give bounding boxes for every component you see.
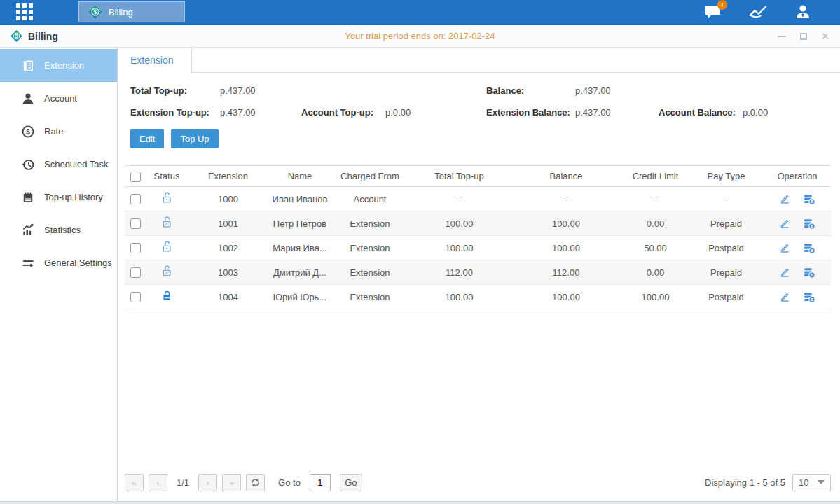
sidebar-item-label: Extension bbox=[44, 60, 84, 71]
table-row: 1004 Юрий Юрь... Extension 100.00 100.00… bbox=[125, 285, 831, 309]
extension-icon bbox=[21, 59, 35, 73]
extension-topup-label: Extension Top-up: bbox=[130, 107, 220, 118]
charged-from: Extension bbox=[331, 267, 408, 278]
top-up-button[interactable]: Top Up bbox=[171, 129, 218, 148]
notifications-button[interactable]: ! bbox=[704, 4, 722, 20]
page-size-value: 10 bbox=[799, 477, 808, 488]
row-checkbox[interactable] bbox=[130, 218, 141, 229]
row-checkbox[interactable] bbox=[130, 267, 141, 278]
balance-value: p.437.00 bbox=[575, 85, 611, 96]
edit-button[interactable]: Edit bbox=[130, 129, 164, 148]
lock-open-icon[interactable] bbox=[160, 240, 174, 253]
row-topup-button[interactable]: $ bbox=[802, 241, 816, 255]
trial-notice: Your trial period ends on: 2017-02-24 bbox=[0, 31, 840, 41]
row-topup-button[interactable]: $ bbox=[802, 217, 816, 230]
lock-open-icon[interactable] bbox=[160, 191, 174, 204]
row-topup-button[interactable]: $ bbox=[802, 192, 816, 206]
extension-topup-value: p.437.00 bbox=[220, 107, 301, 118]
notification-badge: ! bbox=[717, 0, 727, 10]
account-balance-value: p.0.00 bbox=[743, 107, 768, 118]
sidebar-item-extension[interactable]: Extension bbox=[0, 49, 117, 82]
total-topup: 112.00 bbox=[408, 267, 510, 278]
row-checkbox[interactable] bbox=[130, 292, 141, 302]
total-topup: 100.00 bbox=[408, 243, 510, 253]
sidebar-item-topup-history[interactable]: Top-up History bbox=[0, 181, 117, 214]
user-icon bbox=[794, 4, 812, 20]
extension-balance-label: Extension Balance: bbox=[486, 107, 575, 118]
balance: 100.00 bbox=[510, 292, 622, 302]
lock-closed-icon[interactable] bbox=[160, 289, 174, 302]
row-edit-button[interactable] bbox=[778, 290, 791, 303]
close-button[interactable]: ✕ bbox=[820, 31, 830, 41]
balance-label: Balance: bbox=[486, 85, 575, 96]
credit-limit: 100.00 bbox=[622, 292, 689, 302]
goto-page-input[interactable] bbox=[310, 474, 331, 491]
user-account-button[interactable] bbox=[794, 4, 812, 20]
sidebar-item-rate[interactable]: $ Rate bbox=[0, 115, 117, 148]
charged-from: Extension bbox=[331, 243, 408, 253]
taskbar-billing-button[interactable]: $ Billing bbox=[78, 1, 185, 22]
go-button[interactable]: Go bbox=[340, 474, 362, 491]
extension-number: 1004 bbox=[188, 292, 268, 302]
account-topup-value: p.0.00 bbox=[385, 107, 486, 118]
first-page-button[interactable] bbox=[125, 474, 144, 491]
balance: - bbox=[510, 194, 622, 204]
refresh-button[interactable] bbox=[246, 474, 265, 491]
sidebar-item-statistics[interactable]: Statistics bbox=[0, 214, 117, 246]
col-header-pay-type: Pay Type bbox=[689, 171, 764, 181]
resource-monitor-button[interactable] bbox=[749, 4, 767, 20]
col-header-charged-from: Charged From bbox=[331, 171, 408, 181]
charged-from: Extension bbox=[331, 218, 408, 229]
table-row: 1003 Дмитрий Д... Extension 112.00 112.0… bbox=[125, 260, 831, 285]
row-edit-button[interactable] bbox=[778, 241, 791, 254]
lock-open-icon[interactable] bbox=[160, 216, 174, 229]
balance: 112.00 bbox=[510, 267, 622, 278]
extension-name: Дмитрий Д... bbox=[268, 267, 331, 278]
sidebar-item-label: Statistics bbox=[44, 225, 81, 235]
row-topup-button[interactable]: $ bbox=[802, 290, 816, 304]
extension-name: Иван Иванов bbox=[268, 194, 331, 204]
table-row: 1002 Мария Ива... Extension 100.00 100.0… bbox=[125, 236, 831, 260]
col-header-name: Name bbox=[268, 171, 331, 181]
line-chart-icon bbox=[749, 4, 767, 20]
total-topup: 100.00 bbox=[408, 218, 510, 229]
sidebar-item-scheduled-task[interactable]: Scheduled Task bbox=[0, 148, 117, 181]
table-row: 1001 Петр Петров Extension 100.00 100.00… bbox=[125, 211, 831, 236]
svg-text:$: $ bbox=[26, 127, 30, 135]
minimize-button[interactable] bbox=[777, 31, 787, 41]
pay-type: Postpaid bbox=[689, 292, 764, 302]
row-edit-button[interactable] bbox=[778, 217, 791, 230]
tab-extension[interactable]: Extension bbox=[118, 48, 192, 73]
next-page-button[interactable] bbox=[198, 474, 217, 491]
extension-number: 1000 bbox=[188, 194, 268, 204]
pay-type: Prepaid bbox=[689, 267, 764, 278]
select-all-checkbox[interactable] bbox=[130, 172, 141, 182]
last-page-button[interactable] bbox=[222, 474, 241, 491]
table-header-row: Status Extension Name Charged From Total… bbox=[125, 165, 831, 187]
app-launcher-button[interactable] bbox=[0, 0, 49, 24]
row-checkbox[interactable] bbox=[130, 194, 141, 204]
row-topup-button[interactable]: $ bbox=[802, 266, 816, 279]
window-bottom-edge bbox=[0, 501, 840, 504]
sidebar-item-account[interactable]: Account bbox=[0, 82, 117, 115]
maximize-button[interactable] bbox=[799, 31, 808, 41]
topbar: $ Billing ! bbox=[0, 0, 840, 25]
row-checkbox[interactable] bbox=[130, 243, 141, 253]
prev-page-button[interactable] bbox=[149, 474, 167, 491]
account-topup-label: Account Top-up: bbox=[301, 107, 385, 118]
sidebar-item-label: Top-up History bbox=[44, 192, 103, 202]
extension-number: 1002 bbox=[188, 243, 268, 253]
row-edit-button[interactable] bbox=[778, 192, 791, 205]
table-body: 1000 Иван Иванов Account - - - - $ bbox=[125, 187, 831, 309]
extension-name: Мария Ива... bbox=[268, 243, 331, 253]
extension-number: 1003 bbox=[188, 267, 268, 278]
credit-limit: 0.00 bbox=[622, 218, 689, 229]
sidebar-item-general-settings[interactable]: General Settings bbox=[0, 246, 117, 279]
row-edit-button[interactable] bbox=[778, 266, 791, 279]
col-header-operation: Operation bbox=[764, 171, 831, 181]
sidebar: Extension Account $ Rate Scheduled Task bbox=[0, 48, 118, 501]
total-topup-value: p.437.00 bbox=[220, 85, 301, 96]
page-indicator: 1/1 bbox=[177, 477, 189, 488]
lock-open-icon[interactable] bbox=[160, 265, 174, 278]
page-size-select[interactable]: 10 bbox=[792, 474, 831, 491]
